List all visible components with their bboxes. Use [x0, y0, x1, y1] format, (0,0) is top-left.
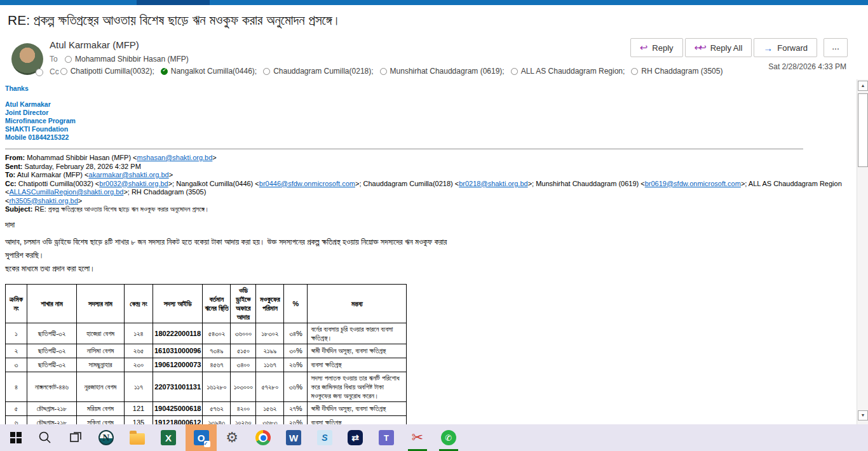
table-cell: ৪২০০: [231, 401, 256, 415]
quoted-header-line: From: Mohammad Shibbir Hasan (MFP) <msha…: [5, 154, 849, 163]
cc-recipient-label: Nangalkot Cumilla(0446);: [171, 67, 257, 76]
cc-recipient[interactable]: RH Chaddagram (3505): [630, 67, 722, 76]
cc-recipient[interactable]: ALL AS Chauddagram Region;: [510, 67, 625, 76]
presence-icon: [263, 68, 270, 75]
teams-icon[interactable]: T: [378, 429, 395, 446]
email-link[interactable]: mshasan@shakti.org.bd: [137, 154, 213, 161]
table-cell: বর্নের ব্যবসায় চুরি হওয়ার কারনে ব্যবসা…: [308, 323, 407, 344]
vertical-scrollbar[interactable]: ▲ ▼: [857, 79, 868, 424]
windows-start-icon[interactable]: [8, 429, 24, 446]
sender-name[interactable]: Atul Karmakar (MFP): [50, 39, 653, 50]
presence-icon: [511, 68, 518, 75]
shakti-app-icon[interactable]: S: [316, 429, 333, 446]
task-view-icon[interactable]: [67, 429, 84, 446]
outlook-icon[interactable]: O: [186, 424, 217, 451]
table-header-cell: বর্তমান ঋনের স্থিতি: [203, 284, 231, 323]
table-cell: নুরজাহান বেগম: [77, 372, 125, 401]
table-header-cell: ওডি ড্রাইভে অফারে আদায়: [231, 284, 256, 323]
table-cell: মরিয়ম বেগম: [77, 401, 125, 415]
table-cell: ছাতিপট্টি-৩২: [27, 344, 77, 358]
presence-icon: [380, 68, 387, 75]
reply-all-button[interactable]: ↩↩ Reply All: [685, 38, 752, 57]
reply-all-label: Reply All: [710, 43, 743, 53]
cc-recipient[interactable]: Chauddagram Cumilla(0218);: [262, 67, 373, 76]
table-cell: 161031000096: [153, 344, 203, 358]
forward-label: Forward: [777, 43, 808, 53]
table-cell: 220731001131: [153, 372, 203, 401]
table-cell: ১৫৬২: [256, 401, 284, 415]
file-explorer-icon[interactable]: [129, 429, 146, 446]
quoted-message-divider: [5, 149, 803, 149]
quoted-header-line: To: Atul Karmakar (MFP) <akarmakar@shakt…: [5, 171, 849, 180]
email-link[interactable]: br0032@shakti.org.bd: [99, 180, 168, 187]
table-cell: ১২৪: [125, 323, 153, 344]
cc-recipient-label: Chatipotti Cumilla(0032);: [71, 67, 154, 76]
more-actions-button[interactable]: ...: [824, 38, 848, 57]
cc-row: Cc Chatipotti Cumilla(0032);Nangalkot Cu…: [50, 67, 653, 77]
presence-icon: [631, 68, 638, 75]
settings-gear-icon[interactable]: ⚙: [224, 429, 240, 446]
table-row: ১ছাতিপট্টি-৩২হাজেরা বেগম১২৪180222000118৫…: [6, 323, 407, 344]
scroll-down-button[interactable]: ▼: [858, 410, 868, 421]
search-icon[interactable]: [37, 429, 53, 446]
email-link[interactable]: rh3505@shakti.org.bd: [9, 197, 78, 205]
email-link[interactable]: br0619@sfdw.onmicrosoft.com: [645, 180, 741, 187]
scrollbar-thumb[interactable]: [858, 93, 868, 167]
table-cell: ১৩৯৪৩: [203, 415, 231, 424]
email-link[interactable]: br0446@sfdw.onmicrosoft.com: [259, 180, 355, 187]
body-paragraph-1: আদাব, চলমান ওডি ড্রাইভে বিশেষ ছাড়ে ৪টি …: [5, 236, 463, 262]
table-cell: ব্যবসা ক্ষতিগ্রস্থ: [308, 358, 407, 372]
table-cell: ৪: [6, 372, 27, 401]
thanks-text: Thanks: [5, 84, 849, 93]
table-cell: ২৬%: [284, 415, 308, 424]
signature-line: Microfinance Program: [5, 117, 849, 125]
cc-recipients: Chatipotti Cumilla(0032);Nangalkot Cumil…: [59, 67, 728, 77]
table-cell: সামছুন্নাহার: [77, 358, 125, 372]
table-cell: ১০২৬০: [231, 415, 256, 424]
table-cell: ২৬৫: [125, 344, 153, 358]
table-cell: ২৭%: [284, 401, 308, 415]
scroll-up-button[interactable]: ▲: [858, 81, 868, 91]
to-recipient[interactable]: Mohammad Shibbir Hasan (MFP): [75, 55, 189, 64]
sender-presence-icon: [36, 69, 43, 76]
table-row: ৬চৌদ্দগ্রাম-২১৮সকিনা বেগম135191218000612…: [6, 415, 407, 424]
signature-top: Thanks Atul Karmakar Joint Director Micr…: [5, 84, 849, 142]
cc-recipient[interactable]: Munshirhat Chauddagram (0619);: [379, 67, 505, 76]
snipping-tool-icon[interactable]: ✂: [409, 429, 426, 446]
table-cell: ৭৩৪৯: [203, 344, 231, 358]
table-cell: ১: [6, 323, 27, 344]
forward-button[interactable]: → Forward: [754, 38, 817, 57]
table-cell: 180222000118: [153, 323, 203, 344]
cc-recipient[interactable]: Chatipotti Cumilla(0032);: [59, 67, 154, 76]
message-header: RE: প্রকল্প ক্ষতিগ্রস্থের আওতায় বিশেষ ছ…: [0, 5, 857, 79]
email-link[interactable]: akarmakar@shakti.org.bd: [89, 171, 169, 178]
excel-icon[interactable]: X: [160, 429, 177, 446]
table-cell: ১৬১২৮০: [203, 372, 231, 401]
taskbar: N X O ⚙ W S ⇄ T ✂ ✆ ∧ ☁ ENG 9:53:25 AM 3…: [0, 424, 868, 451]
table-cell: 121: [125, 401, 153, 415]
table-row: ৪নাঙ্গলকোট-৪৪৬নুরজাহান বেগম১১৭2207310011…: [6, 372, 407, 401]
message-subject: RE: প্রকল্প ক্ষতিগ্রস্থের আওতায় বিশেষ ছ…: [0, 5, 857, 28]
table-cell: ৪৫৬৭: [203, 358, 231, 372]
word-icon[interactable]: W: [285, 429, 302, 446]
table-header-cell: কেন্দ্র নং: [125, 284, 153, 323]
message-actions: ↩ Reply ↩↩ Reply All → Forward: [628, 38, 817, 57]
loan-waiver-table: ক্রমিক নংশাখার নামসদস্যর নামকেন্দ্র নংসদ…: [5, 284, 407, 425]
to-label: To: [50, 55, 64, 64]
email-link[interactable]: ALLASCumillaRegion@shakti.org.bd: [9, 188, 123, 196]
table-cell: ৫৭২৮০: [256, 372, 284, 401]
email-link[interactable]: br0218@shakti.org.bd: [459, 180, 527, 187]
forward-icon: →: [763, 43, 773, 53]
whatsapp-icon[interactable]: ✆: [440, 429, 457, 446]
reply-button[interactable]: ↩ Reply: [630, 38, 683, 57]
cc-recipient[interactable]: Nangalkot Cumilla(0446);: [159, 67, 257, 76]
outlook-window: RE: প্রকল্প ক্ষতিগ্রস্থের আওতায় বিশেষ ছ…: [0, 0, 868, 451]
table-cell: হাজেরা বেগম: [77, 323, 125, 344]
chrome-icon[interactable]: [255, 429, 271, 446]
signature-line: Mobile 01844215322: [5, 133, 849, 142]
table-header-row: ক্রমিক নংশাখার নামসদস্যর নামকেন্দ্র নংসদ…: [6, 284, 407, 323]
teamviewer-icon[interactable]: ⇄: [347, 429, 363, 446]
sender-block: Atul Karmakar (MFP) To Mohammad Shibbir …: [50, 39, 653, 80]
table-cell: ৩৪০০: [231, 358, 256, 372]
n-browser-icon[interactable]: N: [98, 429, 114, 446]
